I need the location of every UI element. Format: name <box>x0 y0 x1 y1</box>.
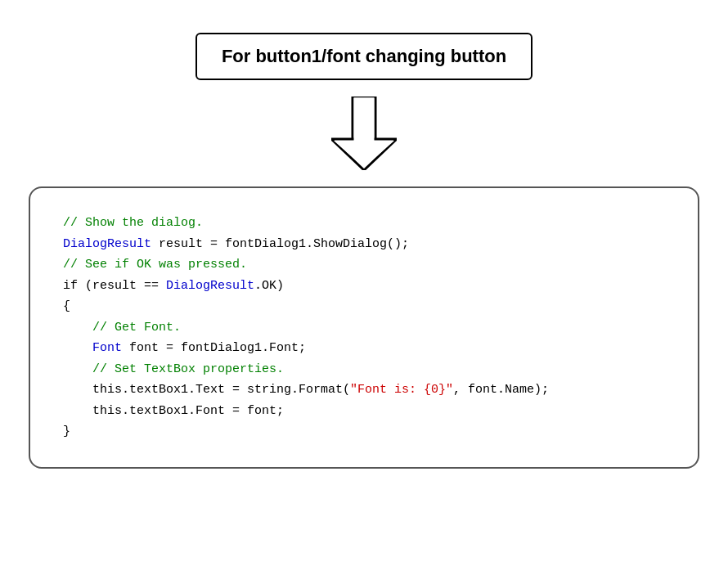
line-1: // Show the dialog. <box>63 213 665 234</box>
line-8: // Set TextBox properties. <box>63 359 665 380</box>
svg-rect-2 <box>354 98 375 142</box>
down-arrow-icon <box>331 97 397 170</box>
svg-marker-3 <box>334 141 394 168</box>
title-text: For button1/font changing button <box>222 46 506 66</box>
arrow-container <box>331 97 397 170</box>
line-11: } <box>63 421 665 442</box>
line-3: // See if OK was pressed. <box>63 254 665 276</box>
line-6: // Get Font. <box>63 317 665 339</box>
line-10: this.textBox1.Font = font; <box>63 401 665 422</box>
title-box: For button1/font changing button <box>195 33 533 80</box>
code-box: // Show the dialog. DialogResult result … <box>29 186 699 469</box>
line-2: DialogResult result = fontDialog1.ShowDi… <box>63 234 665 255</box>
line-9: this.textBox1.Text = string.Format("Font… <box>63 380 665 401</box>
line-7: Font font = fontDialog1.Font; <box>63 338 665 359</box>
line-4: if (result == DialogResult.OK) <box>63 276 665 297</box>
line-5: { <box>63 296 665 317</box>
